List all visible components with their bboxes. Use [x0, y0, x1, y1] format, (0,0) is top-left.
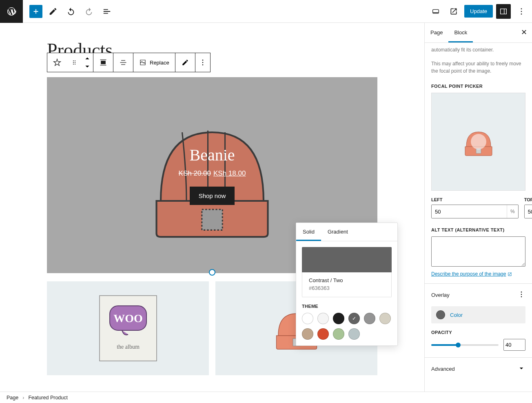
svg-point-8: [75, 64, 75, 65]
block-type-button[interactable]: [47, 53, 67, 72]
solid-tab[interactable]: Solid: [296, 223, 321, 241]
svg-point-2: [521, 13, 522, 15]
view-button[interactable]: [428, 4, 443, 19]
color-picker-popover: Solid Gradient Contrast / Two #636363 TH…: [296, 223, 398, 346]
theme-color-swatch[interactable]: [317, 313, 329, 324]
edit-button[interactable]: [175, 53, 195, 72]
theme-color-swatch[interactable]: [348, 328, 360, 340]
overlay-color-button[interactable]: Color: [431, 306, 525, 323]
svg-point-10: [202, 60, 203, 61]
align-button[interactable]: [93, 53, 113, 72]
theme-color-swatch[interactable]: [317, 328, 329, 340]
theme-color-swatch[interactable]: [379, 313, 391, 324]
svg-rect-13: [202, 209, 222, 230]
wp-logo[interactable]: [0, 0, 23, 23]
overlay-panel-header[interactable]: Overlay: [425, 283, 532, 306]
theme-color-swatch[interactable]: [302, 313, 313, 324]
page-tab[interactable]: Page: [425, 23, 448, 42]
shop-now-button[interactable]: Shop now: [190, 187, 235, 205]
alt-text-input[interactable]: [431, 236, 525, 267]
color-hex: #636363: [309, 285, 385, 291]
overlay-options-icon[interactable]: [517, 290, 525, 300]
tools-button[interactable]: [46, 4, 60, 19]
svg-text:the album: the album: [117, 344, 140, 350]
redo-button[interactable]: [82, 4, 96, 19]
breadcrumb-page[interactable]: Page: [7, 395, 18, 401]
settings-sidebar: Page Block ✕ automatically fit its conta…: [424, 23, 532, 392]
focal-point-handle[interactable]: [471, 134, 486, 149]
block-tab[interactable]: Block: [448, 23, 473, 42]
alt-text-help-link[interactable]: Describe the purpose of the image: [431, 271, 512, 277]
svg-point-21: [521, 294, 522, 295]
svg-point-3: [73, 60, 74, 61]
preview-button[interactable]: [446, 4, 461, 19]
add-block-button[interactable]: [29, 5, 42, 18]
opacity-input[interactable]: [503, 339, 525, 351]
opacity-slider[interactable]: [431, 344, 499, 346]
move-down-button[interactable]: [82, 62, 93, 71]
theme-color-swatch[interactable]: [348, 313, 360, 324]
block-breadcrumb: Page › Featured Product: [0, 392, 532, 403]
close-sidebar-button[interactable]: ✕: [516, 23, 532, 42]
svg-text:WOO: WOO: [113, 312, 143, 325]
content-align-button[interactable]: [113, 53, 133, 72]
top-toolbar: Update: [0, 0, 532, 23]
alt-text-label: ALT TEXT (ALTERNATIVE TEXT): [431, 227, 525, 232]
theme-color-swatch[interactable]: [302, 328, 313, 340]
options-button[interactable]: [514, 4, 529, 19]
svg-point-20: [521, 292, 522, 293]
replace-button[interactable]: Replace: [133, 53, 175, 72]
theme-color-swatch[interactable]: [333, 328, 344, 340]
advanced-panel-header[interactable]: Advanced: [425, 357, 532, 380]
theme-color-swatch[interactable]: [333, 313, 344, 324]
featured-product-title[interactable]: Beanie: [189, 145, 235, 165]
drag-handle[interactable]: [67, 53, 82, 72]
theme-color-swatches: [302, 313, 392, 340]
focal-picker-label: FOCAL POINT PICKER: [431, 84, 525, 89]
selected-color-swatch[interactable]: [302, 247, 392, 272]
svg-point-7: [73, 64, 74, 65]
block-toolbar: Replace: [47, 53, 211, 72]
opacity-label: OPACITY: [431, 330, 525, 335]
focal-point-picker[interactable]: [431, 93, 525, 191]
gradient-tab[interactable]: Gradient: [321, 223, 355, 241]
svg-point-5: [73, 62, 74, 63]
update-button[interactable]: Update: [464, 5, 493, 18]
chevron-down-icon: [517, 364, 525, 374]
product-grid-item[interactable]: WOO the album: [47, 281, 209, 375]
featured-product-price[interactable]: KSh 20.00KSh 18.00: [179, 169, 246, 178]
svg-point-22: [521, 296, 522, 298]
svg-point-0: [521, 8, 522, 9]
svg-point-4: [75, 60, 75, 61]
svg-rect-9: [101, 61, 106, 64]
svg-point-1: [521, 11, 522, 12]
editor-canvas[interactable]: Products: [0, 23, 424, 392]
left-input[interactable]: [432, 205, 507, 218]
overlay-color-swatch: [436, 310, 445, 319]
more-options-button[interactable]: [195, 53, 210, 72]
svg-point-11: [202, 62, 203, 63]
sidebar-toggle-button[interactable]: [496, 4, 511, 19]
breadcrumb-featured-product[interactable]: Featured Product: [28, 395, 68, 401]
theme-color-swatch[interactable]: [364, 313, 375, 324]
undo-button[interactable]: [64, 4, 78, 19]
breadcrumb-separator-icon: ›: [22, 395, 24, 401]
left-label: LEFT: [431, 197, 519, 202]
color-name: Contrast / Two: [309, 277, 385, 283]
fit-note: automatically fit its container.: [431, 46, 525, 53]
focal-note: This may affect your ability to freely m…: [431, 60, 525, 75]
move-up-button[interactable]: [82, 54, 93, 62]
top-input[interactable]: [525, 205, 532, 218]
top-label: TOP: [524, 197, 532, 202]
svg-point-6: [75, 62, 75, 63]
theme-colors-label: THEME: [302, 304, 392, 309]
left-unit: %: [507, 205, 518, 218]
document-overview-button[interactable]: [100, 4, 114, 19]
svg-point-12: [202, 65, 203, 66]
